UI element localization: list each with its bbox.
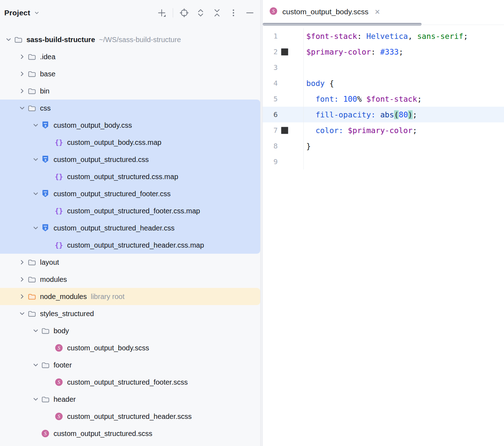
code-editor[interactable]: 1$font-stack: Helvetica, sans-serif;2$pr… xyxy=(263,26,504,169)
tree-item-label: custom_output_structured.css xyxy=(54,156,149,164)
tree-item-footer[interactable]: footer xyxy=(0,356,260,374)
add-button[interactable] xyxy=(155,6,168,20)
code-line-text: fill-opacity: abs(80); xyxy=(304,110,417,119)
editor-tab-custom_output_body-scss[interactable]: S custom_output_body.scss ✕ xyxy=(267,0,384,24)
code-line-9[interactable]: 9 xyxy=(263,154,504,169)
chevron-down-icon[interactable] xyxy=(17,104,27,112)
tree-item-modules[interactable]: modules xyxy=(0,271,260,288)
project-tool-window: Project sass-build-structure~/WS/sass-bu… xyxy=(0,0,260,446)
scss-icon: S xyxy=(41,429,50,438)
chevron-down-icon[interactable] xyxy=(31,190,41,198)
tree-item-custom-output-structured-header-css-map[interactable]: {}custom_output_structured_header.css.ma… xyxy=(0,237,260,254)
code-line-8[interactable]: 8} xyxy=(263,138,504,154)
tree-item-styles-structured[interactable]: styles_structured xyxy=(0,305,260,322)
code-line-7[interactable]: 7 color: $primary-color; xyxy=(263,122,504,138)
tree-item-label: node_modules xyxy=(40,293,87,301)
more-options-button[interactable] xyxy=(227,6,240,20)
tree-item-custom-output-structured-css-map[interactable]: {}custom_output_structured.css.map xyxy=(0,168,260,185)
line-number: 2 xyxy=(263,47,278,56)
code-line-text: } xyxy=(304,142,311,151)
svg-text:S: S xyxy=(58,380,60,385)
panel-splitter[interactable] xyxy=(260,0,263,446)
code-line-5[interactable]: 5 font: 100% $font-stack; xyxy=(263,91,504,107)
color-preview-swatch[interactable] xyxy=(281,127,288,134)
line-number: 6 xyxy=(263,110,278,119)
folder-icon xyxy=(27,310,36,318)
chevron-down-icon[interactable] xyxy=(31,121,41,129)
tree-item-header[interactable]: header xyxy=(0,391,260,408)
folder-icon xyxy=(41,327,50,335)
folder-icon xyxy=(27,87,36,95)
chevron-right-icon[interactable] xyxy=(17,293,27,300)
tree-item-label: footer xyxy=(54,361,72,369)
tree-item-custom-output-structured-css[interactable]: 3custom_output_structured.css xyxy=(0,151,260,168)
code-line-1[interactable]: 1$font-stack: Helvetica, sans-serif; xyxy=(263,28,504,44)
locate-opened-file-button[interactable] xyxy=(177,6,191,20)
scss-file-icon: S xyxy=(269,7,278,17)
tree-item-custom-output-body-scss[interactable]: Scustom_output_body.scss xyxy=(0,339,260,356)
chevron-right-icon[interactable] xyxy=(17,53,27,61)
project-view-title[interactable]: Project xyxy=(4,9,30,17)
code-line-text: color: $primary-color; xyxy=(304,126,417,135)
tree-item-bin[interactable]: bin xyxy=(0,82,260,100)
tree-item--idea[interactable]: .idea xyxy=(0,48,260,65)
chevron-down-icon[interactable] xyxy=(17,310,27,318)
chevron-right-icon[interactable] xyxy=(17,258,27,266)
chevron-right-icon[interactable] xyxy=(17,70,27,78)
chevron-down-icon[interactable] xyxy=(31,361,41,369)
code-line-6[interactable]: 6 fill-opacity: abs(80); xyxy=(263,107,504,122)
tree-item-label: custom_output_body.css.map xyxy=(67,138,161,147)
tree-item-custom-output-structured-header-scss[interactable]: Scustom_output_structured_header.scss xyxy=(0,408,260,425)
tree-item-custom-output-body-css[interactable]: 3custom_output_body.css xyxy=(0,117,260,134)
tree-item-layout[interactable]: layout xyxy=(0,254,260,271)
code-line-4[interactable]: 4body { xyxy=(263,75,504,91)
code-line-3[interactable]: 3 xyxy=(263,60,504,75)
tree-item-label: sass-build-structure xyxy=(26,36,95,44)
code-line-text: body { xyxy=(304,79,334,88)
tree-item-custom-output-structured-footer-css[interactable]: 3custom_output_structured_footer.css xyxy=(0,185,260,202)
tree-item-label: custom_output_structured_footer.scss xyxy=(67,378,188,386)
scss-icon: S xyxy=(54,412,64,421)
tree-item-label: custom_output_structured.scss xyxy=(54,430,152,438)
active-tab-underline xyxy=(263,23,422,26)
tree-item-sass-build-structure[interactable]: sass-build-structure~/WS/sass-build-stru… xyxy=(0,31,260,48)
color-preview-swatch[interactable] xyxy=(281,48,288,56)
tree-item-node-modules[interactable]: node_moduleslibrary root xyxy=(0,288,260,305)
svg-text:S: S xyxy=(272,9,275,14)
hide-button[interactable] xyxy=(243,6,257,20)
chevron-right-icon[interactable] xyxy=(17,87,27,95)
toolbar-separator xyxy=(173,8,173,17)
chevron-down-icon[interactable] xyxy=(31,224,41,232)
tree-item-custom-output-structured-header-css[interactable]: 3custom_output_structured_header.css xyxy=(0,219,260,237)
tree-item-custom-output-structured-footer-scss[interactable]: Scustom_output_structured_footer.scss xyxy=(0,374,260,391)
chevron-down-icon[interactable] xyxy=(31,156,41,163)
tree-item-label: custom_output_structured_header.scss xyxy=(67,412,192,421)
chevron-down-icon[interactable] xyxy=(31,327,41,335)
line-number: 7 xyxy=(263,126,278,135)
tree-item-label: .idea xyxy=(40,53,55,61)
tree-item-body[interactable]: body xyxy=(0,322,260,339)
expand-all-button[interactable] xyxy=(194,6,207,20)
chevron-down-icon[interactable] xyxy=(31,395,41,403)
tree-item-label: styles_structured xyxy=(40,310,94,318)
tree-item-css[interactable]: css xyxy=(0,100,260,117)
project-view-dropdown-chevron-icon[interactable] xyxy=(33,9,40,16)
tree-item-base[interactable]: base xyxy=(0,65,260,82)
code-line-2[interactable]: 2$primary-color: #333; xyxy=(263,44,504,60)
chevron-right-icon[interactable] xyxy=(17,275,27,283)
tree-item-custom-output-body-css-map[interactable]: {}custom_output_body.css.map xyxy=(0,134,260,151)
gutter xyxy=(278,48,303,56)
scss-icon: S xyxy=(54,378,64,386)
gutter-border xyxy=(303,154,304,169)
chevron-down-icon[interactable] xyxy=(4,36,14,44)
folder-orange-icon xyxy=(27,293,36,300)
collapse-all-button[interactable] xyxy=(210,6,224,20)
folder-icon xyxy=(41,361,50,369)
editor-tab-bar: S custom_output_body.scss ✕ xyxy=(263,0,504,26)
tree-item-label: custom_output_structured_header.css.map xyxy=(67,241,204,249)
tree-item-label: bin xyxy=(40,87,50,95)
tree-item-custom-output-structured-footer-css-map[interactable]: {}custom_output_structured_footer.css.ma… xyxy=(0,202,260,219)
tab-close-icon[interactable]: ✕ xyxy=(373,7,382,17)
tree-item-custom-output-structured-scss[interactable]: Scustom_output_structured.scss xyxy=(0,425,260,442)
css-icon: 3 xyxy=(41,121,50,130)
